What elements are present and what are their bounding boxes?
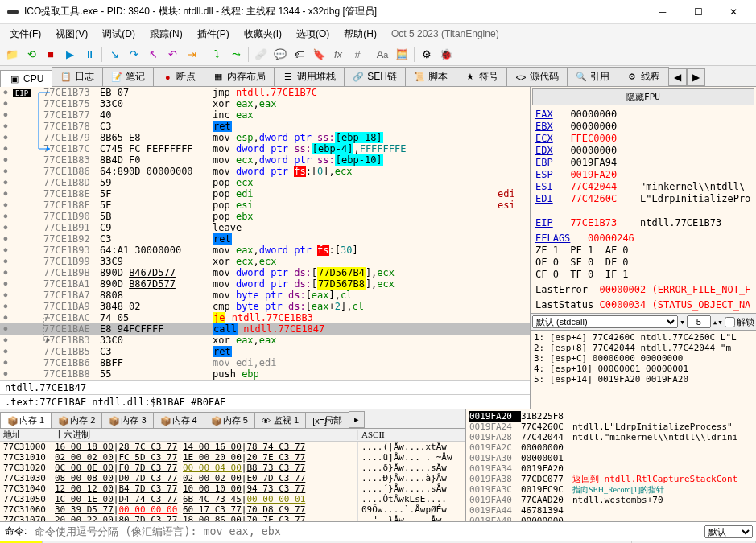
- disasm-row[interactable]: ●77CE1B798B65 E8mov esp,dword ptr ss:[eb…: [0, 132, 530, 143]
- disasm-row[interactable]: ●77CE1BB855push ebp: [0, 368, 530, 380]
- disasm-row[interactable]: ●77CE1BA93848 02cmp byte ptr ds:[eax+2],…: [0, 301, 530, 312]
- eflags[interactable]: EFLAGS 00000246: [535, 232, 751, 245]
- disasm-row[interactable]: ●77CE1BB333C0xor eax,eax: [0, 335, 530, 346]
- step-back-icon[interactable]: ↶: [163, 46, 181, 64]
- disasm-row[interactable]: ●77CE1BAC74 05je ntdll.77CE1BB3: [0, 312, 530, 323]
- dump-tab-0[interactable]: 📦内存 1: [0, 412, 52, 428]
- run-to-icon[interactable]: ⇥: [183, 46, 200, 64]
- trace-into-icon[interactable]: ⤵: [208, 46, 225, 64]
- disasm-row[interactable]: ●77CE1BB5C3ret: [0, 346, 530, 357]
- lock-checkbox[interactable]: [725, 317, 735, 327]
- register-edi[interactable]: EDI 77C4260C L"LdrpInitializePro: [535, 193, 751, 205]
- tab-symbols[interactable]: ★符号: [456, 67, 507, 86]
- disasm-row[interactable]: ●77CE1BA1890D B867D577mov dword ptr ds:[…: [0, 278, 530, 290]
- dump-tab-3[interactable]: 📦内存 4: [153, 412, 204, 428]
- menu-view[interactable]: 视图(V): [49, 26, 94, 43]
- dump-row[interactable]: 77C3100016 00 18 00|28 7C C3 77|14 00 16…: [0, 442, 465, 452]
- dump-tab-4[interactable]: 📦内存 5: [204, 412, 255, 428]
- disasm-row[interactable]: ●77CE1B8664:890D 00000000mov dword ptr f…: [0, 166, 530, 177]
- dump-tab-2[interactable]: 📦内存 3: [101, 412, 153, 428]
- step-over-icon[interactable]: ↷: [125, 46, 143, 64]
- menu-plugins[interactable]: 插件(P): [191, 26, 236, 43]
- comments-icon[interactable]: 💬: [271, 46, 289, 64]
- disasm-row[interactable]: ●77CE1B7CC745 FC FEFFFFFFmov dword ptr s…: [0, 143, 530, 154]
- calculator-icon[interactable]: 🧮: [393, 46, 411, 64]
- menu-options[interactable]: 选项(O): [290, 26, 336, 43]
- stack-row[interactable]: 0019FA24 77C4260C ntdll.L"LdrpInitialize…: [469, 422, 753, 432]
- disasm-row[interactable]: ●77CE1BB68BFFmov edi,edi: [0, 357, 530, 368]
- dump-tab-overflow[interactable]: ▸: [349, 411, 365, 428]
- spinner-icon[interactable]: ▴▾: [713, 317, 723, 327]
- disasm-row[interactable]: ●77CE1B7533C0xor eax,eax: [0, 98, 530, 109]
- stack-view[interactable]: 0019FA20 31B225F8 0019FA24 77C4260C ntdl…: [466, 409, 756, 521]
- dump-row[interactable]: 77C3104012 00 12 00|B4 7D C3 77|10 00 10…: [0, 483, 465, 494]
- tab-memmap[interactable]: ▦内存布局: [204, 67, 275, 86]
- tab-log[interactable]: 📋日志: [52, 67, 103, 86]
- stack-row[interactable]: 0019FA34 0019FA20: [469, 463, 753, 474]
- settings-icon[interactable]: ⚙: [418, 46, 436, 64]
- disasm-row[interactable]: ●77CE1B838B4D F0mov ecx,dword ptr ss:[eb…: [0, 154, 530, 166]
- patches-icon[interactable]: 🩹: [252, 46, 270, 64]
- menu-trace[interactable]: 跟踪(N): [143, 26, 189, 43]
- tab-cpu[interactable]: ▣CPU: [0, 70, 52, 87]
- tab-notes[interactable]: 📝笔记: [102, 67, 154, 86]
- register-edx[interactable]: EDX 00000000: [535, 145, 751, 157]
- disassembly-view[interactable]: ●EIP77CE1B73EB 07jmp ntdll.77CE1B7C●77CE…: [0, 87, 530, 380]
- labels-icon[interactable]: 🏷: [291, 46, 308, 64]
- calling-convention-select[interactable]: 默认 (stdcall): [532, 315, 678, 328]
- dump-row[interactable]: 77C3103008 00 08 00|D0 7D C3 77|02 00 02…: [0, 473, 465, 483]
- arg-row[interactable]: 2: [esp+8] 77C42044 ntdll.77C42044 "m: [534, 343, 753, 353]
- register-esi[interactable]: ESI 77C42044 "minkernel\\ntdll\: [535, 181, 751, 193]
- trace-over-icon[interactable]: ⤳: [227, 46, 245, 64]
- disasm-row[interactable]: ●77CE1B91C9leave: [0, 222, 530, 233]
- register-eip[interactable]: EIP 77CE1B73 ntdll.77CE1B73: [535, 217, 751, 229]
- menu-favourites[interactable]: 收藏夹(I): [238, 26, 288, 43]
- menu-help[interactable]: 帮助(H): [337, 26, 383, 43]
- dump-row[interactable]: 77C310200C 00 0E 00|F0 7D C3 77|00 00 04…: [0, 463, 465, 473]
- disasm-row[interactable]: ●77CE1B9364:A1 30000000mov eax,dword ptr…: [0, 245, 530, 256]
- dump-row[interactable]: 77C3106030 39 D5 77|00 00 00 00|60 17 C3…: [0, 504, 465, 515]
- register-ebx[interactable]: EBX 00000000: [535, 121, 751, 133]
- stack-row[interactable]: 0019FA30 00000001: [469, 453, 753, 463]
- arguments-view[interactable]: 1: [esp+4] 77C4260C ntdll.77C4260C L"L2:…: [531, 330, 756, 386]
- disasm-row[interactable]: ●77CE1B8F5Epop esiesi: [0, 200, 530, 211]
- stack-row[interactable]: 0019FA44 46781394: [469, 505, 753, 516]
- restart-icon[interactable]: ⟲: [23, 46, 40, 64]
- tab-breakpoints[interactable]: ●断点: [153, 67, 204, 86]
- tab-overflow-left[interactable]: ◀: [668, 68, 687, 86]
- arg-row[interactable]: 4: [esp+10] 00000001 00000001: [534, 364, 753, 374]
- menu-file[interactable]: 文件(F): [3, 26, 48, 43]
- step-into-icon[interactable]: ↘: [105, 46, 123, 64]
- bookmarks-icon[interactable]: 🔖: [310, 46, 328, 64]
- disasm-row[interactable]: ●77CE1B92C3ret: [0, 233, 530, 245]
- pause-icon[interactable]: ⏸: [81, 46, 98, 64]
- hide-fpu-button[interactable]: 隐藏FPU: [532, 88, 754, 105]
- disasm-row[interactable]: ●77CE1BAEE8 94FCFFFFcall ntdll.77CE1847: [0, 323, 530, 335]
- register-esp[interactable]: ESP 0019FA20: [535, 169, 751, 181]
- registers-view[interactable]: EAX 00000000EBX 00000000ECX FFEC0000EDX …: [531, 107, 756, 313]
- arg-row[interactable]: 1: [esp+4] 77C4260C ntdll.77C4260C L"L: [534, 332, 753, 343]
- disasm-row[interactable]: ●77CE1B9B890D B467D577mov dword ptr ds:[…: [0, 267, 530, 278]
- functions-icon[interactable]: fx: [329, 46, 347, 64]
- dump-tab-1[interactable]: 📦内存 2: [51, 412, 102, 428]
- register-ebp[interactable]: EBP 0019FA94: [535, 157, 751, 169]
- command-input[interactable]: [31, 524, 701, 539]
- command-mode-select[interactable]: 默认: [704, 525, 753, 538]
- disasm-row[interactable]: ●77CE1B9933C9xor ecx,ecx: [0, 256, 530, 267]
- close-button[interactable]: ✕: [717, 1, 750, 23]
- menu-debug[interactable]: 调试(D): [96, 26, 142, 43]
- arg-count-input[interactable]: [687, 315, 711, 328]
- maximize-button[interactable]: ☐: [682, 1, 714, 23]
- stack-row[interactable]: 0019FA2C 00000000: [469, 442, 753, 453]
- tab-source[interactable]: <>源代码: [506, 67, 568, 86]
- stack-row[interactable]: 0019FA40 77CAAD20 ntdll.wcstombs+70: [469, 495, 753, 505]
- disasm-row[interactable]: ●77CE1B905Bpop ebx: [0, 211, 530, 222]
- dump-tab-6[interactable]: [x=]局部: [305, 412, 349, 428]
- disasm-row[interactable]: ●77CE1B78C3ret: [0, 121, 530, 132]
- tab-script[interactable]: 📜脚本: [405, 67, 456, 86]
- arg-row[interactable]: 5: [esp+14] 0019FA20 0019FA20: [534, 374, 753, 385]
- disasm-row[interactable]: ●77CE1BA78808mov byte ptr ds:[eax],cl: [0, 290, 530, 301]
- dump-tab-5[interactable]: 👁监视 1: [254, 412, 306, 428]
- dump-row[interactable]: 77C3107020 00 22 00|80 7D C3 77|18 00 86…: [0, 515, 465, 521]
- minimize-button[interactable]: ─: [647, 1, 679, 23]
